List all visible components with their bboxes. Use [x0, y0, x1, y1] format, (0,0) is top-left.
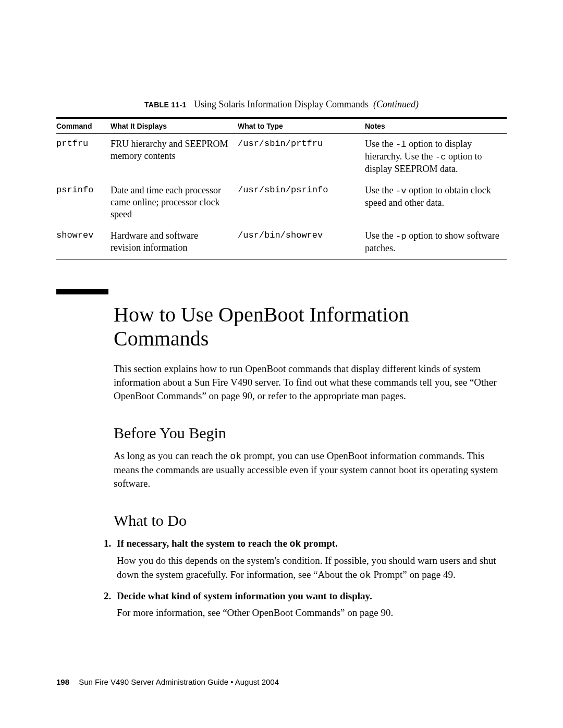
col-command: Command: [56, 118, 111, 134]
section-intro: This section explains how to run OpenBoo…: [56, 362, 507, 402]
footer-text: Sun Fire V490 Server Administration Guid…: [79, 677, 279, 686]
col-displays: What It Displays: [111, 118, 238, 134]
table-row: prtfru FRU hierarchy and SEEPROM memory …: [56, 134, 507, 181]
table-row: psrinfo Date and time each processor cam…: [56, 180, 507, 226]
cell-displays: FRU hierarchy and SEEPROM memory content…: [111, 134, 238, 181]
cell-type: /usr/sbin/prtfru: [238, 134, 365, 181]
before-text: As long as you can reach the ok prompt, …: [56, 449, 507, 490]
commands-table: Command What It Displays What to Type No…: [56, 117, 507, 260]
page-footer: 198 Sun Fire V490 Server Administration …: [56, 677, 279, 686]
todo-heading: What to Do: [56, 512, 507, 529]
cell-displays: Date and time each processor came online…: [111, 180, 238, 226]
step-body: How you do this depends on the system's …: [117, 555, 496, 579]
cell-notes: Use the -l option to display hierarchy. …: [365, 134, 507, 181]
cell-command: psrinfo: [56, 180, 111, 226]
page-number: 198: [56, 677, 69, 686]
col-notes: Notes: [365, 118, 507, 134]
table-suffix: (Continued): [373, 99, 419, 109]
step-body: For more information, see “Other OpenBoo…: [117, 607, 393, 618]
step: Decide what kind of system information y…: [114, 589, 507, 620]
cell-notes: Use the -v option to obtain clock speed …: [365, 180, 507, 226]
table-caption: TABLE 11-1 Using Solaris Information Dis…: [56, 99, 507, 110]
cell-command: showrev: [56, 226, 111, 260]
table-title: Using Solaris Information Display Comman…: [194, 99, 369, 109]
cell-displays: Hardware and software revision informati…: [111, 226, 238, 260]
cell-type: /usr/sbin/psrinfo: [238, 180, 365, 226]
cell-type: /usr/bin/showrev: [238, 226, 365, 260]
before-heading: Before You Begin: [56, 424, 507, 442]
cell-command: prtfru: [56, 134, 111, 181]
cell-notes: Use the -p option to show software patch…: [365, 226, 507, 260]
section-heading: How to Use OpenBoot Information Commands: [56, 303, 507, 351]
step-title: Decide what kind of system information y…: [117, 589, 507, 603]
col-what-to-type: What to Type: [238, 118, 365, 134]
step: If necessary, halt the system to reach t…: [114, 537, 507, 582]
table-row: showrev Hardware and software revision i…: [56, 226, 507, 260]
table-label: TABLE 11-1: [144, 101, 187, 109]
page: TABLE 11-1 Using Solaris Information Dis…: [0, 0, 563, 728]
todo-steps: If necessary, halt the system to reach t…: [56, 537, 507, 620]
step-title: If necessary, halt the system to reach t…: [117, 537, 507, 551]
section-rule: [56, 289, 108, 294]
